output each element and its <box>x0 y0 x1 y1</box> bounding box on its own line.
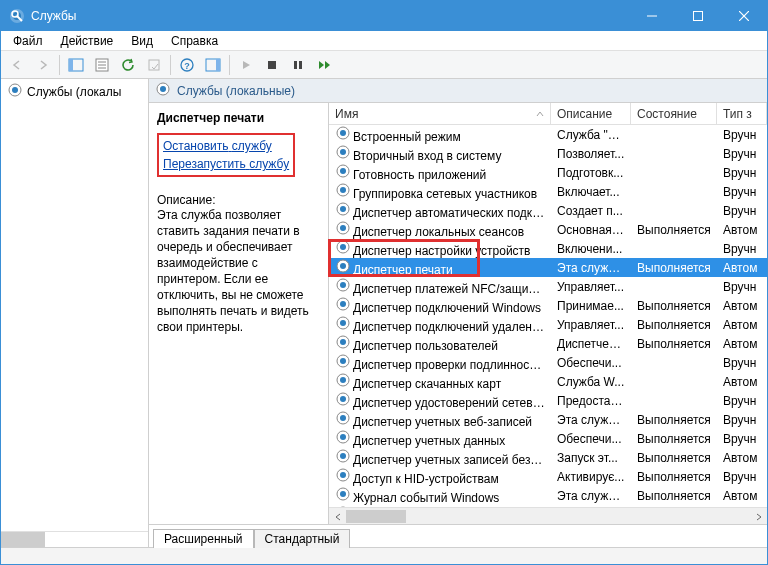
gear-icon <box>335 125 351 141</box>
description-label: Описание: <box>157 193 320 207</box>
scroll-left-icon[interactable] <box>329 508 346 524</box>
menubar: Файл Действие Вид Справка <box>1 31 767 51</box>
services-list[interactable]: Имя Описание Состояние Тип з Встроенный … <box>328 103 767 524</box>
service-row[interactable]: Диспетчер скачанных картСлужба W...Автом <box>329 372 767 391</box>
body: Службы (локалы Службы (локальные) Диспет… <box>1 79 767 547</box>
toolbar-separator <box>229 55 230 75</box>
restart-service-link[interactable]: Перезапустить службу <box>163 155 289 173</box>
service-row[interactable]: Диспетчер платежей NFC/защище...Управляе… <box>329 277 767 296</box>
column-startup[interactable]: Тип з <box>717 103 767 124</box>
service-row[interactable]: Диспетчер печатиЭта служб...ВыполняетсяА… <box>329 258 767 277</box>
tree-root-label: Службы (локалы <box>27 85 121 99</box>
service-row[interactable]: Группировка сетевых участниковВключает..… <box>329 182 767 201</box>
scroll-right-icon[interactable] <box>750 508 767 524</box>
service-row[interactable]: Диспетчер учетных записей безопасн...Зап… <box>329 448 767 467</box>
scroll-thumb[interactable] <box>346 510 406 523</box>
tree-pane[interactable]: Службы (локалы <box>1 79 149 547</box>
content-area: Диспетчер печати Остановить службу Перез… <box>149 103 767 525</box>
scope-header: Службы (локальные) <box>149 79 767 103</box>
gear-icon <box>335 201 351 217</box>
column-state[interactable]: Состояние <box>631 103 717 124</box>
minimize-button[interactable] <box>629 1 675 31</box>
column-description[interactable]: Описание <box>551 103 631 124</box>
toolbar-separator <box>59 55 60 75</box>
stop-service-link[interactable]: Остановить службу <box>163 137 289 155</box>
menu-file[interactable]: Файл <box>5 33 51 49</box>
forward-button <box>31 53 55 77</box>
selected-service-title: Диспетчер печати <box>157 111 320 125</box>
service-row[interactable]: Диспетчер автоматических подключ...Созда… <box>329 201 767 220</box>
gear-icon <box>335 391 351 407</box>
show-hide-tree-button[interactable] <box>64 53 88 77</box>
gear-icon <box>335 353 351 369</box>
help-button[interactable]: ? <box>175 53 199 77</box>
column-headers: Имя Описание Состояние Тип з <box>329 103 767 125</box>
svg-rect-8 <box>69 59 73 71</box>
restart-service-button[interactable] <box>312 53 336 77</box>
svg-rect-18 <box>268 61 276 69</box>
gear-icon <box>335 163 351 179</box>
column-name[interactable]: Имя <box>329 103 551 124</box>
highlight-box-links: Остановить службу Перезапустить службу <box>157 133 295 177</box>
view-tabs: Расширенный Стандартный <box>149 525 767 547</box>
toolbar-separator <box>170 55 171 75</box>
tree-hscrollbar[interactable] <box>1 531 148 547</box>
tree-root[interactable]: Службы (локалы <box>1 79 148 104</box>
app-icon <box>9 8 25 24</box>
gear-icon <box>335 448 351 464</box>
pause-service-button[interactable] <box>286 53 310 77</box>
export-button <box>142 53 166 77</box>
service-row[interactable]: Диспетчер настройки устройствВключени...… <box>329 239 767 258</box>
service-row[interactable]: Доступ к HID-устройствамАктивирує...Выпо… <box>329 467 767 486</box>
gear-icon <box>335 296 351 312</box>
gear-icon <box>335 372 351 388</box>
maximize-button[interactable] <box>675 1 721 31</box>
menu-help[interactable]: Справка <box>163 33 226 49</box>
service-row[interactable]: Диспетчер учетных веб-записейЭта служб..… <box>329 410 767 429</box>
gear-icon <box>335 334 351 350</box>
gear-icon <box>335 239 351 255</box>
gear-icon <box>335 486 351 502</box>
gear-icon <box>335 144 351 160</box>
stop-service-button[interactable] <box>260 53 284 77</box>
close-button[interactable] <box>721 1 767 31</box>
svg-rect-19 <box>294 61 297 69</box>
properties-button[interactable] <box>90 53 114 77</box>
gear-icon <box>335 182 351 198</box>
rows-container: Встроенный режимСлужба "В...ВручнВторичн… <box>329 125 767 507</box>
refresh-button[interactable] <box>116 53 140 77</box>
service-row[interactable]: Диспетчер локальных сеансовОсновная ...В… <box>329 220 767 239</box>
service-row[interactable]: Готовность приложенийПодготовк...Вручн <box>329 163 767 182</box>
service-row[interactable]: Вторичный вход в системуПозволяет...Вруч… <box>329 144 767 163</box>
menu-action[interactable]: Действие <box>53 33 122 49</box>
gear-icon <box>335 467 351 483</box>
status-bar <box>1 547 767 564</box>
tab-standard[interactable]: Стандартный <box>254 529 351 548</box>
window-title: Службы <box>31 9 629 23</box>
services-window: Службы Файл Действие Вид Справка ? Служб… <box>0 0 768 565</box>
list-hscrollbar[interactable] <box>329 507 767 524</box>
titlebar[interactable]: Службы <box>1 1 767 31</box>
services-icon <box>7 82 23 101</box>
service-row[interactable]: Диспетчер удостоверений сетевых уч...Пре… <box>329 391 767 410</box>
gear-icon <box>335 429 351 445</box>
service-row[interactable]: Диспетчер проверки подлинности Х...Обесп… <box>329 353 767 372</box>
show-action-pane-button[interactable] <box>201 53 225 77</box>
gear-icon <box>335 258 351 274</box>
svg-rect-4 <box>694 12 703 21</box>
description-text: Эта служба позволяет ставить задания печ… <box>157 207 320 335</box>
tab-extended[interactable]: Расширенный <box>153 529 254 548</box>
gear-icon <box>335 277 351 293</box>
service-row[interactable]: Диспетчер пользователейДиспетчер...Выпол… <box>329 334 767 353</box>
menu-view[interactable]: Вид <box>123 33 161 49</box>
main-pane: Службы (локальные) Диспетчер печати Оста… <box>149 79 767 547</box>
gear-icon <box>335 315 351 331</box>
service-row[interactable]: Диспетчер подключений удаленно...Управля… <box>329 315 767 334</box>
service-row[interactable]: Диспетчер подключений WindowsПринимае...… <box>329 296 767 315</box>
back-button <box>5 53 29 77</box>
service-row[interactable]: Встроенный режимСлужба "В...Вручн <box>329 125 767 144</box>
services-icon <box>155 81 171 100</box>
service-row[interactable]: Диспетчер учетных данныхОбеспечи...Выпол… <box>329 429 767 448</box>
gear-icon <box>335 410 351 426</box>
service-row[interactable]: Журнал событий WindowsЭта служб...Выполн… <box>329 486 767 505</box>
